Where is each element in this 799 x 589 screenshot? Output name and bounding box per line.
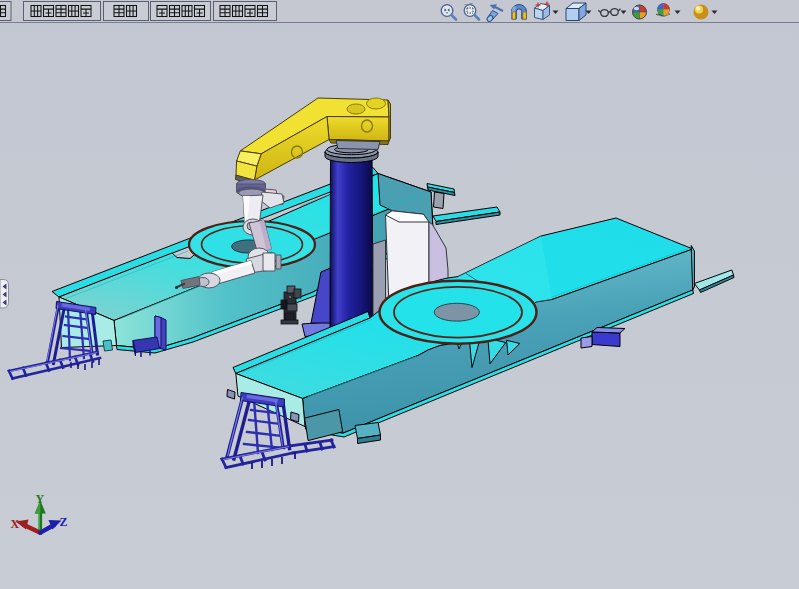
svg-text:Y: Y (36, 492, 45, 506)
svg-text:Z: Z (60, 515, 68, 529)
svg-text:X: X (11, 517, 20, 531)
